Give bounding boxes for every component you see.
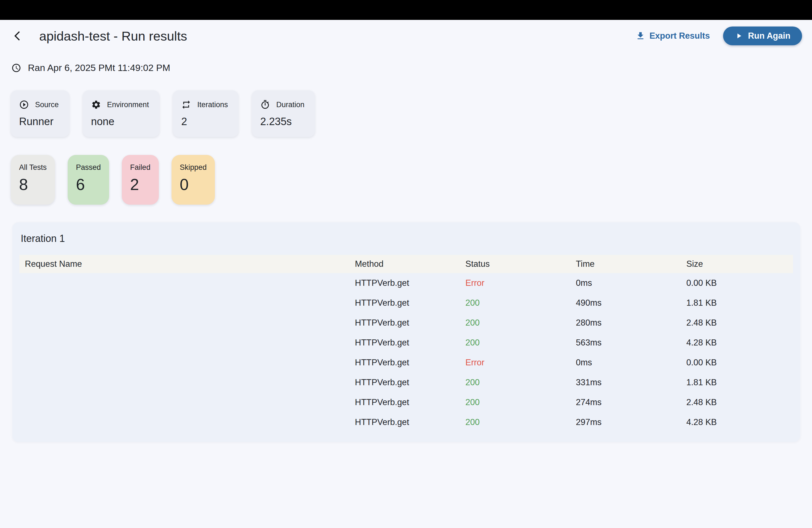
cell-size: 1.81 KB	[686, 378, 793, 387]
cell-time: 297ms	[576, 417, 686, 427]
stat-card-skipped: Skipped 0	[172, 155, 215, 205]
info-card-source: Source Runner	[11, 90, 69, 137]
cell-status: 200	[465, 417, 576, 427]
run-timestamp-row: Ran Apr 6, 2025 PMt 11:49:02 PM	[11, 62, 812, 73]
table-row[interactable]: HTTPVerb.get 200 490ms 1.81 KB	[19, 293, 793, 313]
cell-method: HTTPVerb.get	[355, 378, 465, 387]
cell-size: 2.48 KB	[686, 397, 793, 407]
cell-method: HTTPVerb.get	[355, 338, 465, 348]
cell-method: HTTPVerb.get	[355, 318, 465, 328]
stat-value: 2	[130, 175, 150, 194]
back-button[interactable]	[10, 29, 24, 43]
column-header-status: Status	[465, 259, 576, 269]
iteration-title: Iteration 1	[21, 233, 800, 245]
cell-status: 200	[465, 378, 576, 387]
cell-method: HTTPVerb.get	[355, 357, 465, 368]
stat-label: Passed	[76, 163, 101, 172]
run-info-cards: Source Runner Environment none	[11, 90, 812, 137]
info-card-environment: Environment none	[83, 90, 160, 137]
cell-status: 200	[465, 338, 576, 348]
clock-icon	[11, 63, 21, 73]
stat-label: Skipped	[180, 163, 207, 172]
stat-label: All Tests	[19, 163, 47, 172]
cell-method: HTTPVerb.get	[355, 397, 465, 407]
export-results-button[interactable]: Export Results	[636, 31, 710, 41]
stat-label: Failed	[130, 163, 150, 172]
cell-time: 331ms	[576, 378, 686, 387]
test-stat-cards: All Tests 8 Passed 6 Failed 2 Skipped 0	[11, 155, 812, 205]
stat-card-all-tests: All Tests 8	[11, 155, 55, 205]
header-bar: apidash-test - Run results Export Result…	[10, 27, 802, 45]
cell-method: HTTPVerb.get	[355, 417, 465, 427]
results-table-header: Request Name Method Status Time Size	[19, 255, 793, 273]
results-table-body: HTTPVerb.get Error 0ms 0.00 KB HTTPVerb.…	[19, 273, 793, 432]
stat-value: 8	[19, 175, 47, 194]
iteration-results-panel: Iteration 1 Request Name Method Status T…	[12, 222, 800, 442]
info-card-label: Iterations	[197, 101, 228, 109]
stat-card-passed: Passed 6	[68, 155, 109, 205]
page-title: apidash-test - Run results	[39, 28, 187, 44]
table-row[interactable]: HTTPVerb.get 200 563ms 4.28 KB	[19, 333, 793, 353]
table-row[interactable]: HTTPVerb.get 200 280ms 2.48 KB	[19, 313, 793, 333]
table-row[interactable]: HTTPVerb.get Error 0ms 0.00 KB	[19, 353, 793, 372]
timer-icon	[260, 100, 270, 109]
stat-card-failed: Failed 2	[122, 155, 159, 205]
info-card-label: Duration	[276, 101, 304, 109]
run-timestamp-text: Ran Apr 6, 2025 PMt 11:49:02 PM	[28, 62, 170, 73]
stat-value: 6	[76, 175, 101, 194]
table-row[interactable]: HTTPVerb.get Error 0ms 0.00 KB	[19, 273, 793, 293]
info-card-label: Environment	[107, 101, 149, 109]
run-again-button[interactable]: Run Again	[723, 27, 802, 45]
table-row[interactable]: HTTPVerb.get 200 274ms 2.48 KB	[19, 392, 793, 412]
play-circle-icon	[19, 100, 29, 109]
cell-time: 490ms	[576, 298, 686, 308]
cell-method: HTTPVerb.get	[355, 298, 465, 308]
stat-value: 0	[180, 175, 207, 194]
window-titlebar	[0, 0, 812, 20]
cell-size: 0.00 KB	[686, 278, 793, 288]
info-card-duration: Duration 2.235s	[252, 90, 315, 137]
cell-status: Error	[465, 357, 576, 368]
info-card-label: Source	[35, 101, 59, 109]
column-header-request-name: Request Name	[19, 259, 355, 269]
cell-size: 2.48 KB	[686, 318, 793, 328]
column-header-method: Method	[355, 259, 465, 269]
cell-size: 4.28 KB	[686, 417, 793, 427]
cell-size: 0.00 KB	[686, 357, 793, 368]
back-arrow-icon	[12, 30, 23, 41]
cell-size: 1.81 KB	[686, 298, 793, 308]
column-header-time: Time	[576, 259, 686, 269]
table-row[interactable]: HTTPVerb.get 200 331ms 1.81 KB	[19, 372, 793, 392]
cell-status: 200	[465, 318, 576, 328]
column-header-size: Size	[686, 259, 793, 269]
cell-status: 200	[465, 298, 576, 308]
download-icon	[636, 31, 646, 41]
info-card-iterations: Iterations 2	[173, 90, 238, 137]
cell-status: 200	[465, 397, 576, 407]
play-icon	[735, 32, 743, 40]
info-card-value: 2	[181, 116, 228, 128]
cell-method: HTTPVerb.get	[355, 278, 465, 288]
run-again-label: Run Again	[748, 31, 791, 41]
cell-status: Error	[465, 278, 576, 288]
cell-time: 274ms	[576, 397, 686, 407]
info-card-value: 2.235s	[260, 116, 304, 128]
cell-time: 563ms	[576, 338, 686, 348]
cell-time: 280ms	[576, 318, 686, 328]
cell-time: 0ms	[576, 278, 686, 288]
gear-icon	[91, 100, 101, 109]
cell-size: 4.28 KB	[686, 338, 793, 348]
cell-time: 0ms	[576, 357, 686, 368]
repeat-icon	[181, 100, 191, 109]
run-results-page: apidash-test - Run results Export Result…	[0, 27, 812, 442]
info-card-value: none	[91, 116, 149, 128]
info-card-value: Runner	[19, 116, 59, 128]
table-row[interactable]: HTTPVerb.get 200 297ms 4.28 KB	[19, 412, 793, 432]
export-results-label: Export Results	[649, 31, 710, 41]
